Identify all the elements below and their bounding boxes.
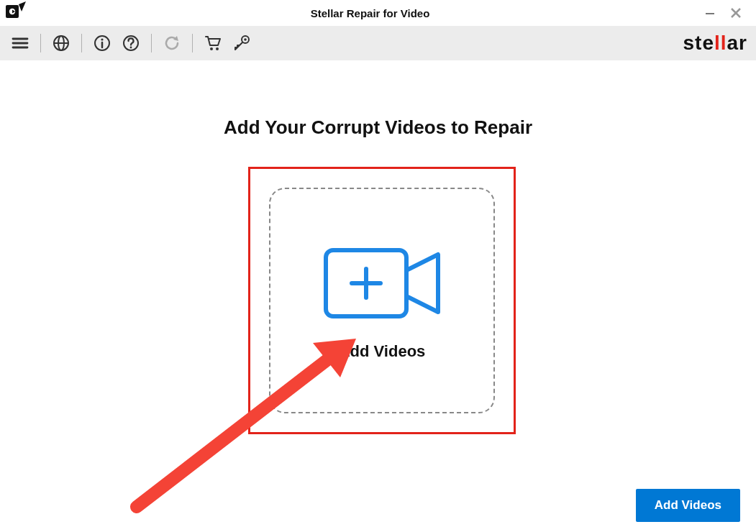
info-icon[interactable] <box>91 32 114 55</box>
close-button[interactable] <box>723 0 749 26</box>
toolbar-divider <box>81 34 82 52</box>
menu-icon[interactable] <box>9 32 32 55</box>
svg-point-17 <box>130 47 132 49</box>
refresh-icon[interactable] <box>160 32 183 55</box>
activate-icon[interactable] <box>230 32 253 55</box>
dropzone-highlight: Add Videos <box>248 167 516 434</box>
brand-text-post: ar <box>727 32 747 55</box>
window-controls <box>697 0 749 26</box>
dropzone-label: Add Videos <box>339 342 426 361</box>
minimize-button[interactable] <box>697 0 723 26</box>
svg-point-19 <box>210 47 213 50</box>
toolbar-divider <box>40 34 41 52</box>
app-logo-icon <box>4 1 27 24</box>
titlebar: Stellar Repair for Video <box>0 0 756 26</box>
language-icon[interactable] <box>50 32 73 55</box>
add-videos-button[interactable]: Add Videos <box>636 489 740 522</box>
camera-plus-icon <box>317 240 447 329</box>
brand-text-accent: ll <box>714 32 727 55</box>
brand-text-pre: ste <box>683 32 714 55</box>
help-icon[interactable] <box>119 32 142 55</box>
svg-marker-3 <box>19 1 26 12</box>
toolbar-divider <box>151 34 152 52</box>
window-title: Stellar Repair for Video <box>43 7 697 19</box>
app-logo-area <box>0 1 43 24</box>
page-heading: Add Your Corrupt Videos to Repair <box>0 116 756 139</box>
svg-point-22 <box>244 38 247 41</box>
toolbar: stellar <box>0 26 756 60</box>
brand-logo: stellar <box>683 32 748 55</box>
svg-marker-24 <box>406 254 438 312</box>
svg-point-20 <box>216 47 219 50</box>
toolbar-divider <box>192 34 193 52</box>
cart-icon[interactable] <box>201 32 224 55</box>
svg-point-14 <box>101 38 103 40</box>
add-videos-dropzone[interactable]: Add Videos <box>269 188 495 413</box>
